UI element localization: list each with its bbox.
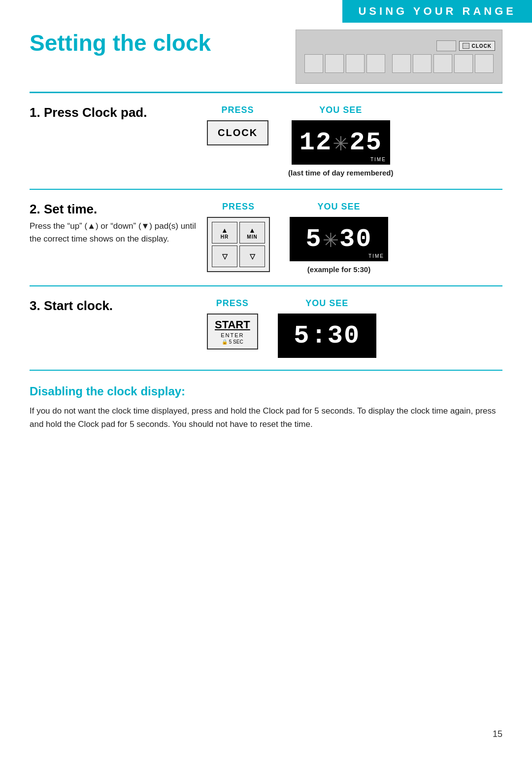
- header-bar: USING YOUR RANGE: [342, 0, 532, 23]
- step-3-display: 5 : 30: [278, 314, 376, 358]
- step-1-clock-button: CLOCK: [207, 120, 268, 145]
- step-1-left: 1. Press Clock pad.: [30, 105, 197, 123]
- step-1-display: 12 ✳ 25 TIME: [292, 120, 390, 165]
- step-3-row: 3. Start clock. PRESS START ENTER 🔒 5 SE…: [30, 286, 502, 371]
- step-1-row: 1. Press Clock pad. PRESS CLOCK YOU SEE …: [30, 93, 502, 190]
- min-up-btn[interactable]: MIN: [239, 222, 265, 244]
- step-2-right: PRESS HR MIN: [207, 202, 502, 274]
- arrow-down-icon: [222, 252, 228, 260]
- step-2-yousee-col: YOU SEE 5 ✳ 30 TIME (example for 5:30): [290, 202, 388, 274]
- step-1-display-tag: TIME: [370, 157, 386, 162]
- step-3-title: 3. Start clock.: [30, 298, 197, 314]
- step-3-right: PRESS START ENTER 🔒 5 SEC YOU SEE 5 : 30: [207, 298, 502, 358]
- step-1-press-label: PRESS: [222, 105, 254, 115]
- step-2-caption: (example for 5:30): [307, 265, 370, 274]
- step-3-press-label: PRESS: [216, 298, 249, 309]
- step-2-display-tag: TIME: [368, 253, 384, 259]
- step-2-description: Press the “up” (▲) or “down” (▼) pad(s) …: [30, 220, 197, 245]
- step-1-caption: (last time of day remembered): [288, 169, 393, 177]
- header-title: USING YOUR RANGE: [358, 5, 516, 18]
- disabling-text: If you do not want the clock time displa…: [30, 404, 502, 431]
- arrow-down-icon: [250, 252, 255, 260]
- clock-button-diagram: CLOCK: [459, 41, 495, 51]
- step-1-yousee-label: YOU SEE: [319, 105, 362, 115]
- arrow-up-icon: [249, 226, 256, 234]
- step-2-press-label: PRESS: [222, 202, 255, 212]
- step-3-press-col: PRESS START ENTER 🔒 5 SEC: [207, 298, 258, 350]
- start-btn-main-label: START: [215, 318, 250, 331]
- min-down-btn[interactable]: [239, 245, 265, 267]
- disabling-title: Disabling the clock display:: [30, 384, 502, 398]
- step-2-yousee-label: YOU SEE: [317, 202, 360, 212]
- start-btn-enter-label: ENTER: [215, 332, 250, 338]
- arrow-up-icon: [221, 226, 228, 234]
- page-title: Setting the clock: [30, 30, 211, 56]
- step-2-left: 2. Set time. Press the “up” (▲) or “down…: [30, 202, 197, 245]
- step-2-title: 2. Set time.: [30, 202, 197, 217]
- hr-down-btn[interactable]: [212, 245, 237, 267]
- start-btn-lock-label: 🔒 5 SEC: [215, 339, 250, 345]
- disabling-section: Disabling the clock display: If you do n…: [30, 371, 502, 445]
- hr-up-btn[interactable]: HR: [212, 222, 237, 244]
- step-2-row: 2. Set time. Press the “up” (▲) or “down…: [30, 190, 502, 286]
- step-3-yousee-label: YOU SEE: [305, 298, 348, 309]
- step-3-yousee-col: YOU SEE 5 : 30: [278, 298, 376, 358]
- step-1-title: 1. Press Clock pad.: [30, 105, 197, 120]
- step-1-yousee-col: YOU SEE 12 ✳ 25 TIME (last time of day r…: [288, 105, 393, 177]
- keypad-diagram: CLOCK: [296, 30, 502, 84]
- step-1-right: PRESS CLOCK YOU SEE 12 ✳ 25 TIME (last t…: [207, 105, 502, 177]
- main-content: Setting the clock CLOCK: [30, 30, 502, 749]
- page-number: 15: [493, 729, 502, 739]
- step-2-display: 5 ✳ 30 TIME: [290, 217, 388, 261]
- step-1-press-col: PRESS CLOCK: [207, 105, 268, 145]
- step-3-left: 3. Start clock.: [30, 298, 197, 316]
- step-2-press-col: PRESS HR MIN: [207, 202, 270, 272]
- hr-min-pad: HR MIN: [207, 217, 270, 272]
- start-button[interactable]: START ENTER 🔒 5 SEC: [207, 314, 258, 350]
